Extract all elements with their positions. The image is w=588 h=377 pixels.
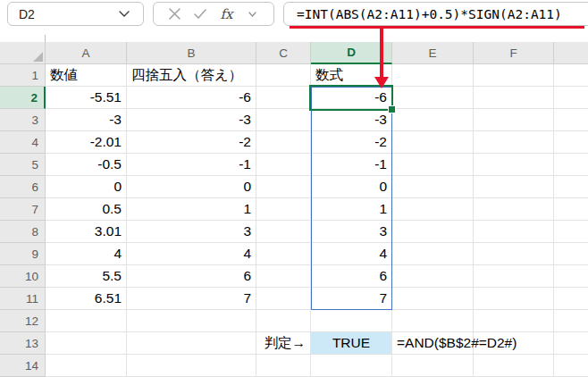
- cell-A11[interactable]: 6.51: [46, 288, 127, 310]
- column-header-partial[interactable]: [554, 42, 588, 64]
- cell-D9[interactable]: 4: [311, 243, 392, 265]
- row-header-14[interactable]: 14: [0, 355, 46, 377]
- row-header-11[interactable]: 11: [0, 288, 46, 310]
- row-header-2[interactable]: 2: [0, 87, 46, 109]
- cell-B1[interactable]: 四捨五入（答え）: [127, 64, 256, 87]
- cell-F6[interactable]: [474, 176, 554, 198]
- cell-B2[interactable]: -6: [127, 87, 256, 109]
- cell-partial[interactable]: [554, 332, 588, 355]
- cell-partial[interactable]: [554, 310, 588, 332]
- row-header-10[interactable]: 10: [0, 265, 46, 288]
- cell-F9[interactable]: [474, 243, 554, 265]
- column-header-B[interactable]: B: [127, 42, 256, 64]
- cell-D7[interactable]: 1: [311, 198, 392, 221]
- cell-C6[interactable]: [256, 176, 311, 198]
- cell-C14[interactable]: [256, 355, 311, 377]
- cell-A7[interactable]: 0.5: [46, 198, 127, 221]
- cell-E3[interactable]: [392, 109, 474, 131]
- cell-partial[interactable]: [554, 221, 588, 243]
- cancel-icon[interactable]: [164, 4, 185, 25]
- cell-F4[interactable]: [474, 131, 554, 154]
- cell-partial[interactable]: [554, 64, 588, 87]
- column-header-E[interactable]: E: [392, 42, 474, 64]
- cell-A9[interactable]: 4: [46, 243, 127, 265]
- cell-partial[interactable]: [554, 154, 588, 176]
- column-header-A[interactable]: A: [46, 42, 127, 64]
- row-header-3[interactable]: 3: [0, 109, 46, 131]
- cell-E5[interactable]: [392, 154, 474, 176]
- cell-partial[interactable]: [554, 265, 588, 288]
- cell-A1[interactable]: 数値: [46, 64, 127, 87]
- formula-bar-input[interactable]: =INT(ABS(A2:A11)+0.5)*SIGN(A2:A11): [283, 2, 588, 26]
- row-header-12[interactable]: 12: [0, 310, 46, 332]
- cell-F7[interactable]: [474, 198, 554, 221]
- cell-B8[interactable]: 3: [127, 221, 256, 243]
- cell-C3[interactable]: [256, 109, 311, 131]
- row-header-6[interactable]: 6: [0, 176, 46, 198]
- cell-A4[interactable]: -2.01: [46, 131, 127, 154]
- cell-D6[interactable]: 0: [311, 176, 392, 198]
- cell-F14[interactable]: [474, 355, 554, 377]
- cell-B14[interactable]: [127, 355, 256, 377]
- chevron-down-icon[interactable]: [113, 4, 135, 25]
- cell-F12[interactable]: [474, 310, 554, 332]
- cell-C10[interactable]: [256, 265, 311, 288]
- cell-D2[interactable]: -6: [311, 87, 392, 109]
- cell-E2[interactable]: [392, 87, 474, 109]
- cell-A3[interactable]: -3: [46, 109, 127, 131]
- row-header-8[interactable]: 8: [0, 221, 46, 243]
- cell-partial[interactable]: [554, 198, 588, 221]
- cell-F10[interactable]: [474, 265, 554, 288]
- cell-C4[interactable]: [256, 131, 311, 154]
- row-header-13[interactable]: 13: [0, 332, 46, 355]
- cell-C13[interactable]: 判定→: [256, 332, 311, 355]
- cell-E4[interactable]: [392, 131, 474, 154]
- cell-C5[interactable]: [256, 154, 311, 176]
- cell-C8[interactable]: [256, 221, 311, 243]
- cell-A12[interactable]: [46, 310, 127, 332]
- cell-partial[interactable]: [554, 87, 588, 109]
- cell-B13[interactable]: [127, 332, 256, 355]
- cell-C1[interactable]: [256, 64, 311, 87]
- cell-A8[interactable]: 3.01: [46, 221, 127, 243]
- cell-A13[interactable]: [46, 332, 127, 355]
- cell-B11[interactable]: 7: [127, 288, 256, 310]
- cell-D3[interactable]: -3: [311, 109, 392, 131]
- cell-C2[interactable]: [256, 87, 311, 109]
- cell-E14[interactable]: [392, 355, 474, 377]
- cell-F11[interactable]: [474, 288, 554, 310]
- cell-A14[interactable]: [46, 355, 127, 377]
- cell-B10[interactable]: 6: [127, 265, 256, 288]
- column-header-F[interactable]: F: [474, 42, 554, 64]
- cell-E9[interactable]: [392, 243, 474, 265]
- cell-C9[interactable]: [256, 243, 311, 265]
- cell-C12[interactable]: [256, 310, 311, 332]
- cell-F1[interactable]: [474, 64, 554, 87]
- cell-F3[interactable]: [474, 109, 554, 131]
- cell-partial[interactable]: [554, 243, 588, 265]
- column-header-C[interactable]: C: [256, 42, 311, 64]
- cell-D12[interactable]: [311, 310, 392, 332]
- cell-E7[interactable]: [392, 198, 474, 221]
- cell-C11[interactable]: [256, 288, 311, 310]
- cell-B4[interactable]: -2: [127, 131, 256, 154]
- cell-D10[interactable]: 6: [311, 265, 392, 288]
- cell-D13[interactable]: TRUE: [311, 332, 392, 355]
- cell-partial[interactable]: [554, 131, 588, 154]
- cell-C7[interactable]: [256, 198, 311, 221]
- select-all-corner[interactable]: [0, 42, 46, 64]
- cell-E8[interactable]: [392, 221, 474, 243]
- cell-partial[interactable]: [554, 288, 588, 310]
- cell-D4[interactable]: -2: [311, 131, 392, 154]
- row-header-7[interactable]: 7: [0, 198, 46, 221]
- cell-F5[interactable]: [474, 154, 554, 176]
- row-header-4[interactable]: 4: [0, 131, 46, 154]
- cell-E6[interactable]: [392, 176, 474, 198]
- cell-B3[interactable]: -3: [127, 109, 256, 131]
- cell-E1[interactable]: [392, 64, 474, 87]
- fill-handle[interactable]: [388, 105, 396, 113]
- cell-D8[interactable]: 3: [311, 221, 392, 243]
- cell-E12[interactable]: [392, 310, 474, 332]
- cell-D5[interactable]: -1: [311, 154, 392, 176]
- cell-B6[interactable]: 0: [127, 176, 256, 198]
